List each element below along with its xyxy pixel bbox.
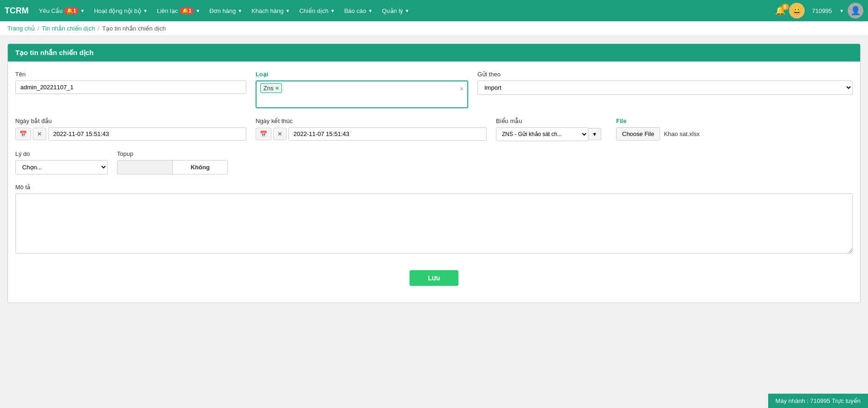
brand-logo[interactable]: TCRM	[5, 6, 29, 16]
user-dropdown-chevron[interactable]: ▼	[839, 8, 844, 13]
loai-tag-zns: Zns ×	[260, 83, 282, 93]
gui-theo-group: Gửi theo Import	[477, 71, 853, 95]
nav-yeu-cau-label: Yêu Cầu	[39, 7, 62, 14]
save-button[interactable]: Lưu	[410, 270, 458, 286]
mo-ta-label: Mô tả	[15, 184, 853, 191]
nav-yeu-cau-badge: 🔔1	[64, 7, 78, 14]
notification-badge: 0	[782, 4, 789, 10]
ten-group: Tên	[15, 71, 246, 94]
nav-don-hang[interactable]: Đơn hàng ▼	[206, 6, 246, 16]
form-row-1: Tên Loại Zns × × Gửi theo	[15, 71, 853, 108]
nav-lien-lac-badge: 🔔1	[180, 7, 194, 14]
ten-input[interactable]	[15, 80, 246, 94]
nav-hoat-dong-label: Hoạt động nội bộ	[94, 7, 141, 14]
main-content: Tạo tin nhắn chiến dịch Tên Loại Zns ×	[0, 36, 868, 310]
bieu-mau-select-group: ZNS - Gửi khảo sát ch... ▼	[496, 127, 607, 141]
nav-quan-ly-chevron: ▼	[405, 8, 410, 13]
gui-theo-label: Gửi theo	[477, 71, 853, 78]
topup-off-option[interactable]	[117, 161, 172, 174]
form-card-header: Tạo tin nhắn chiến dịch	[8, 44, 860, 62]
form-card-body: Tên Loại Zns × × Gửi theo	[8, 62, 860, 303]
ngay-bat-dau-input[interactable]	[48, 127, 246, 141]
ngay-bat-dau-label: Ngày bắt đầu	[15, 117, 246, 124]
breadcrumb-home[interactable]: Trang chủ	[7, 25, 35, 32]
topup-toggle: Không	[117, 160, 228, 174]
breadcrumb-level1[interactable]: Tin nhắn chiến dịch	[42, 25, 95, 32]
bieu-mau-select[interactable]: ZNS - Gửi khảo sát ch...	[496, 127, 588, 141]
file-label: File	[616, 117, 853, 124]
nav-chien-dich[interactable]: Chiến dịch ▼	[295, 6, 338, 16]
nav-lien-lac[interactable]: Liên lạc 🔔1 ▼	[153, 6, 204, 16]
ngay-ket-thuc-calendar-btn[interactable]: 📅	[256, 128, 271, 140]
notification-bell[interactable]: 🔔 0	[775, 6, 785, 16]
loai-label: Loại	[256, 71, 468, 78]
ly-do-group: Lý do Chọn...	[15, 150, 108, 174]
ngay-ket-thuc-group: Ngày kết thúc 📅 ✕	[256, 117, 487, 141]
nav-chien-dich-chevron: ▼	[330, 8, 335, 13]
ngay-bat-dau-calendar-btn[interactable]: 📅	[15, 128, 31, 140]
ngay-ket-thuc-input[interactable]	[288, 127, 487, 141]
form-actions: Lưu	[15, 263, 853, 293]
ngay-ket-thuc-clear-btn[interactable]: ✕	[273, 128, 287, 140]
nav-bao-cao[interactable]: Báo cáo ▼	[341, 6, 377, 16]
breadcrumb-sep1: /	[37, 25, 39, 32]
nav-hoat-dong[interactable]: Hoạt động nội bộ ▼	[90, 6, 151, 16]
bieu-mau-dropdown-btn[interactable]: ▼	[588, 128, 601, 140]
topup-on-option[interactable]: Không	[172, 161, 227, 174]
form-title: Tạo tin nhắn chiến dịch	[15, 49, 93, 56]
loai-clear-icon[interactable]: ×	[460, 85, 464, 93]
nav-don-hang-label: Đơn hàng	[209, 7, 236, 14]
breadcrumb-current: Tạo tin nhắn chiến dịch	[102, 25, 166, 32]
mo-ta-group: Mô tả	[15, 184, 853, 253]
ly-do-label: Lý do	[15, 150, 108, 157]
navbar-right: 🔔 0 😀 710995 ▼ 👤	[775, 3, 863, 19]
ngay-bat-dau-input-group: 📅 ✕	[15, 127, 246, 141]
file-group: File Choose File Khao sat.xlsx	[616, 117, 853, 141]
bieu-mau-label: Biểu mẫu	[496, 117, 607, 124]
user-photo-avatar[interactable]: 👤	[848, 3, 863, 19]
nav-quan-ly-label: Quản lý	[382, 7, 403, 14]
loai-multiselect[interactable]: Zns × ×	[256, 80, 468, 108]
nav-khach-hang[interactable]: Khách hàng ▼	[248, 6, 293, 16]
nav-bao-cao-label: Báo cáo	[344, 7, 367, 14]
ly-do-select[interactable]: Chọn...	[15, 160, 108, 174]
user-id-label[interactable]: 710995	[808, 6, 836, 16]
ngay-ket-thuc-label: Ngày kết thúc	[256, 117, 487, 124]
topup-group: Topup Không	[117, 150, 246, 174]
user-emoji-avatar[interactable]: 😀	[789, 3, 805, 19]
form-row-4: Mô tả	[15, 184, 853, 253]
nav-yeu-cau[interactable]: Yêu Cầu 🔔1 ▼	[35, 6, 88, 16]
nav-yeu-cau-chevron: ▼	[80, 8, 85, 13]
breadcrumb: Trang chủ / Tin nhắn chiến dịch / Tạo ti…	[0, 21, 868, 36]
ngay-bat-dau-clear-btn[interactable]: ✕	[33, 128, 46, 140]
choose-file-button[interactable]: Choose File	[616, 127, 660, 141]
loai-tag-zns-text: Zns	[263, 85, 274, 92]
loai-group: Loại Zns × ×	[256, 71, 468, 108]
file-input-group: Choose File Khao sat.xlsx	[616, 127, 853, 141]
nav-lien-lac-label: Liên lạc	[157, 7, 178, 14]
form-row-2: Ngày bắt đầu 📅 ✕ Ngày kết thúc 📅 ✕	[15, 117, 853, 141]
nav-hoat-dong-chevron: ▼	[143, 8, 148, 13]
ngay-bat-dau-group: Ngày bắt đầu 📅 ✕	[15, 117, 246, 141]
nav-lien-lac-chevron: ▼	[196, 8, 200, 13]
loai-tag-zns-remove[interactable]: ×	[275, 85, 279, 92]
form-row-3: Lý do Chọn... Topup Không	[15, 150, 853, 174]
topup-label: Topup	[117, 150, 246, 157]
form-card: Tạo tin nhắn chiến dịch Tên Loại Zns ×	[7, 43, 861, 303]
breadcrumb-sep2: /	[98, 25, 99, 32]
nav-don-hang-chevron: ▼	[238, 8, 242, 13]
mo-ta-textarea[interactable]	[15, 193, 853, 253]
navbar: TCRM Yêu Cầu 🔔1 ▼ Hoạt động nội bộ ▼ Liê…	[0, 0, 868, 21]
nav-khach-hang-label: Khách hàng	[251, 7, 283, 14]
nav-bao-cao-chevron: ▼	[368, 8, 373, 13]
gui-theo-select[interactable]: Import	[477, 80, 853, 95]
nav-quan-ly[interactable]: Quản lý ▼	[378, 6, 413, 16]
nav-khach-hang-chevron: ▼	[286, 8, 290, 13]
ngay-ket-thuc-input-group: 📅 ✕	[256, 127, 487, 141]
file-name-display: Khao sat.xlsx	[664, 130, 699, 137]
ten-label: Tên	[15, 71, 246, 78]
bieu-mau-group: Biểu mẫu ZNS - Gửi khảo sát ch... ▼	[496, 117, 607, 141]
nav-chien-dich-label: Chiến dịch	[299, 7, 328, 14]
